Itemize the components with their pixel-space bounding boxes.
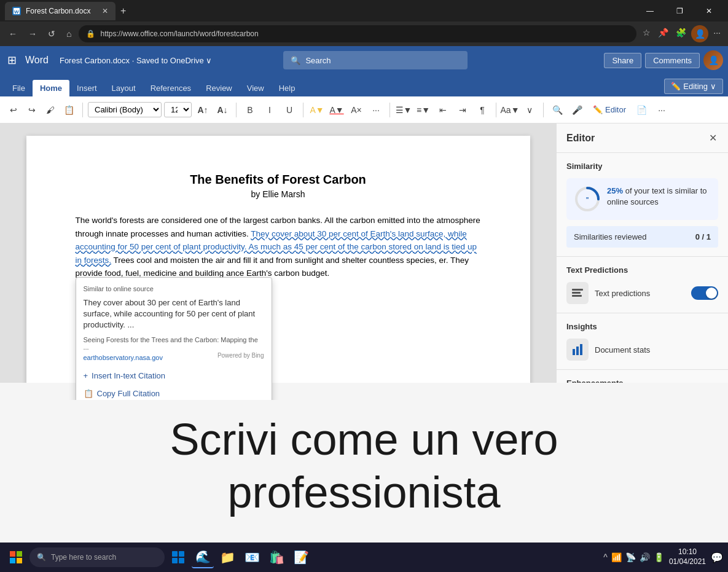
popup-source-url[interactable]: earthobservatory.nasa.gov [84,354,163,361]
word-search-bar[interactable]: 🔍 Search [283,51,468,69]
refresh-button[interactable]: ↺ [44,25,59,42]
tray-chevron-icon[interactable]: ^ [603,552,608,562]
clipboard-button[interactable]: 📋 [60,101,77,119]
taskbar-app-store[interactable]: 🛍️ [265,546,288,568]
document-body[interactable]: The world's forests are considered one o… [76,214,481,280]
document-stats-card[interactable]: Document stats [566,339,718,361]
tray-volume-icon[interactable]: 🔊 [640,552,650,562]
svg-rect-8 [573,349,575,355]
document-area[interactable]: The Benefits of Forest Carbon by Ellie M… [0,123,556,400]
paragraph-button[interactable]: ¶ [474,101,491,119]
tab-review[interactable]: Review [198,80,240,96]
font-name-selector[interactable]: Calibri (Body) [88,102,162,117]
tray-wifi-icon[interactable]: 📡 [625,552,636,562]
user-profile-avatar[interactable]: 👤 [703,50,723,70]
tab-insert[interactable]: Insert [69,80,104,96]
tab-references[interactable]: References [143,80,198,96]
format-painter-button[interactable]: 🖌 [42,101,59,119]
svg-rect-11 [10,551,15,557]
new-tab-button[interactable]: + [115,6,131,17]
separator-1 [82,103,83,117]
taskbar-app-mail[interactable]: 📧 [241,546,263,568]
editing-button[interactable]: ✏️ Editing ∨ [664,79,723,94]
minimize-button[interactable]: — [636,0,664,22]
toggle-knob [706,288,717,299]
text-predictions-toggle[interactable] [691,286,718,300]
taskbar-clock[interactable]: 10:10 01/04/2021 [669,547,706,566]
back-button[interactable]: ← [5,25,21,42]
clear-format-button[interactable]: A× [348,101,365,119]
document-title: The Benefits of Forest Carbon [76,173,481,187]
tab-view[interactable]: View [240,80,272,96]
start-button[interactable] [5,546,27,568]
numbering-button[interactable]: ≡▼ [415,101,432,119]
notification-icon[interactable]: 💬 [711,552,723,563]
similarity-card: " 25% of your text is similar to online … [566,178,718,220]
taskbar-search-bar[interactable]: 🔍 Type here to search [29,547,165,567]
list-button[interactable]: ☰▼ [395,101,412,119]
styles-button[interactable]: Aa▼ [501,101,519,119]
insert-citation-button[interactable]: + Insert In-text Citation [84,369,264,383]
address-bar[interactable]: 🔒 https://www.office.com/launch/word/for… [79,25,636,42]
voice-button[interactable]: 🎤 [568,101,585,119]
tray-battery-icon[interactable]: 🔋 [654,552,664,562]
editing-dropdown-icon: ∨ [710,82,716,91]
text-predictions-card: Text predictions [566,282,718,304]
copy-citation-button[interactable]: 📋 Copy Full Citation [84,386,264,400]
more-options-button[interactable]: ··· [653,101,670,119]
decrease-font-button[interactable]: A↓ [214,101,231,119]
reuse-files-button[interactable]: 📄 [633,101,651,119]
svg-rect-15 [172,551,178,557]
browser-profile-avatar[interactable]: 👤 [691,25,708,42]
taskbar-app-explorer[interactable]: 📁 [216,546,238,568]
tab-home[interactable]: Home [33,80,69,96]
svg-rect-17 [172,558,178,563]
close-button[interactable]: ✕ [695,0,723,22]
browser-titlebar: W Forest Carbon.docx ✕ + — ❐ ✕ [0,0,728,22]
share-button[interactable]: Share [604,53,641,68]
find-button[interactable]: 🔍 [549,101,566,119]
taskbar-app-sticky-notes[interactable]: 📝 [290,546,312,568]
styles-more-button[interactable]: ∨ [521,101,538,119]
app-grid-icon[interactable]: ⊞ [5,51,19,69]
indent-increase-button[interactable]: ⇥ [454,101,471,119]
font-color-button[interactable]: A▼ [328,101,345,119]
underline-button[interactable]: U [281,101,298,119]
increase-font-button[interactable]: A↑ [194,101,211,119]
undo-button[interactable]: ↩ [5,101,22,119]
window-controls: — ❐ ✕ [636,0,723,22]
highlight-button[interactable]: A▼ [308,101,326,119]
redo-button[interactable]: ↪ [23,101,41,119]
tray-network-icon[interactable]: 📶 [611,552,622,562]
word-app-name: Word [25,55,49,66]
editor-panel: Editor ✕ Similarity " 25% of your text i… [556,123,728,400]
powered-by-label: Powered by Bing [217,352,264,359]
comments-button[interactable]: Comments [645,53,700,68]
bold-button[interactable]: B [241,101,259,119]
similarity-section-title: Similarity [566,162,718,171]
taskbar-app-widgets[interactable] [167,546,189,568]
bottom-promotional-text: Scrivi come un vero professionista [0,383,728,543]
indent-decrease-button[interactable]: ⇤ [434,101,452,119]
taskbar-app-edge[interactable]: 🌊 [192,546,214,568]
font-size-selector[interactable]: 12 [164,102,192,117]
tab-file[interactable]: File [5,80,33,96]
similarity-description: 25% of your text is similar to online so… [607,186,711,208]
browser-tab-active[interactable]: W Forest Carbon.docx ✕ [5,2,115,20]
italic-button[interactable]: I [261,101,278,119]
favorites-icon[interactable]: ☆ [640,25,653,42]
tab-help[interactable]: Help [272,80,303,96]
collections-icon[interactable]: 📌 [656,25,671,42]
editor-panel-close-button[interactable]: ✕ [708,131,718,145]
maximize-button[interactable]: ❐ [665,0,694,22]
editor-button[interactable]: ✏️ Editor [588,103,631,117]
tab-layout[interactable]: Layout [104,80,143,96]
document-stats-icon [566,339,589,361]
similarities-reviewed-card[interactable]: Similarities reviewed 0 / 1 [566,226,718,248]
forward-button[interactable]: → [25,25,41,42]
browser-menu-icon[interactable]: ··· [711,25,723,42]
home-button[interactable]: ⌂ [63,25,75,42]
tab-close-button[interactable]: ✕ [102,7,108,15]
more-formatting-button[interactable]: ··· [367,101,385,119]
extensions-icon[interactable]: 🧩 [673,25,689,42]
